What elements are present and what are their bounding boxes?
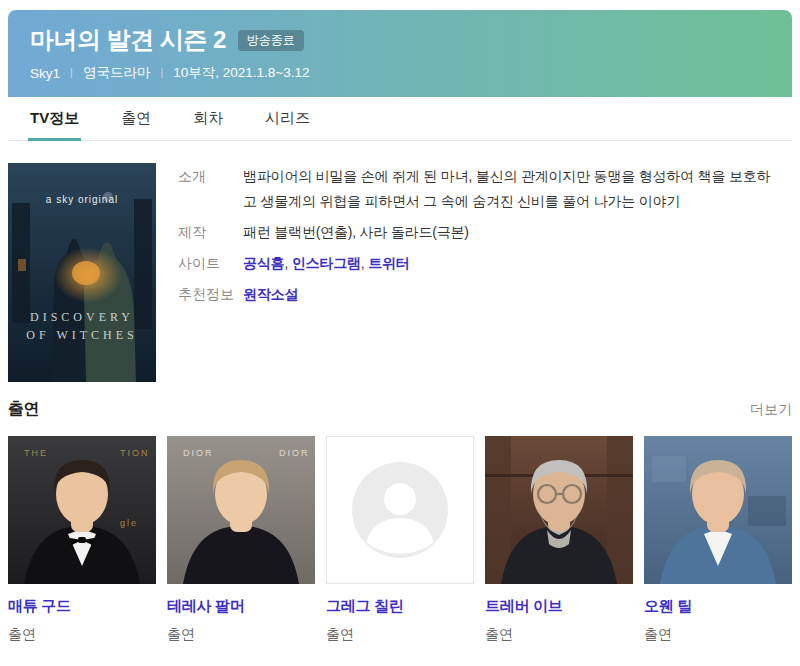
tab-tv-info[interactable]: TV정보 [30,97,79,140]
cast-card: 그레그 칠린출연 [326,436,474,644]
channel-label: Sky1 [30,66,60,81]
cast-card: 오웬 틸출연 [644,436,792,644]
info-link[interactable]: 트위터 [368,255,409,271]
cast-more-link[interactable]: 더보기 [750,401,792,419]
cast-name-link[interactable]: 트레버 이브 [485,597,633,616]
show-poster-image[interactable]: a sky originalDISCOVERYOF WITCHES [8,163,156,382]
cast-name-link[interactable]: 테레사 팔머 [167,597,315,616]
info-row: 제작패런 블랙번(연출), 사라 돌라드(극본) [178,220,792,245]
hero-header: 마녀의 발견 시즌 2 방송종료 Sky1 | 영국드라마 | 10부작, 20… [8,10,792,97]
tab-series[interactable]: 시리즈 [265,97,310,140]
genre-label: 영국드라마 [83,64,151,82]
info-link[interactable]: 원작소설 [243,286,298,302]
svg-text:a sky original: a sky original [46,194,118,205]
cast-photo[interactable]: DIORDIOR [167,436,315,584]
info-row: 소개뱀파이어의 비밀을 손에 쥐게 된 마녀, 불신의 관계이지만 동맹을 형성… [178,164,792,214]
cast-section: 출연 더보기 THETIONgle매튜 구드출연DIORDIOR테레사 팔머출연… [8,399,792,644]
separator: | [70,66,73,78]
cast-card: THETIONgle매튜 구드출연 [8,436,156,644]
svg-text:gle: gle [120,518,138,528]
cast-photo[interactable] [326,436,474,584]
tab-cast[interactable]: 출연 [121,97,151,140]
info-value: 뱀파이어의 비밀을 손에 쥐게 된 마녀, 불신의 관계이지만 동맹을 형성하여… [243,164,783,214]
episodes-label: 10부작, 2021.1.8~3.12 [173,64,309,82]
info-label: 사이트 [178,251,243,276]
cast-card: DIORDIOR테레사 팔머출연 [167,436,315,644]
svg-text:OF WITCHES: OF WITCHES [26,328,137,342]
info-value: 공식홈, 인스타그램, 트위터 [243,251,410,276]
info-section: a sky originalDISCOVERYOF WITCHES 소개뱀파이어… [8,141,792,382]
svg-text:DISCOVERY: DISCOVERY [30,310,134,324]
info-row: 사이트공식홈, 인스타그램, 트위터 [178,251,792,276]
svg-text:DIOR: DIOR [183,448,214,458]
svg-text:DIOR: DIOR [279,448,310,458]
info-row: 추천정보원작소설 [178,282,792,307]
info-link[interactable]: 공식홈 [243,255,284,271]
cast-role: 출연 [326,626,474,644]
svg-text:TION: TION [120,448,150,458]
cast-photo[interactable] [644,436,792,584]
info-label: 제작 [178,220,243,245]
cast-role: 출연 [167,626,315,644]
cast-role: 출연 [485,626,633,644]
cast-name-link[interactable]: 그레그 칠린 [326,597,474,616]
cast-photo[interactable]: THETIONgle [8,436,156,584]
cast-grid: THETIONgle매튜 구드출연DIORDIOR테레사 팔머출연그레그 칠린출… [8,436,792,644]
info-value: 패런 블랙번(연출), 사라 돌라드(극본) [243,220,469,245]
info-link[interactable]: 인스타그램 [292,255,361,271]
info-label: 소개 [178,164,243,214]
cast-role: 출연 [8,626,156,644]
separator: | [160,66,163,78]
cast-name-link[interactable]: 매튜 구드 [8,597,156,616]
cast-photo[interactable] [485,436,633,584]
svg-text:THE: THE [24,448,48,458]
tab-episodes[interactable]: 회차 [193,97,223,140]
tv-info-card: 마녀의 발견 시즌 2 방송종료 Sky1 | 영국드라마 | 10부작, 20… [8,10,792,644]
tab-bar: TV정보출연회차시리즈 [8,97,792,141]
cast-name-link[interactable]: 오웬 틸 [644,597,792,616]
page-title: 마녀의 발견 시즌 2 [30,26,226,54]
status-badge: 방송종료 [238,30,304,51]
info-value: 원작소설 [243,282,298,307]
info-rows: 소개뱀파이어의 비밀을 손에 쥐게 된 마녀, 불신의 관계이지만 동맹을 형성… [178,163,792,382]
cast-section-title: 출연 [8,399,39,420]
info-label: 추천정보 [178,282,243,307]
cast-card: 트레버 이브출연 [485,436,633,644]
cast-role: 출연 [644,626,792,644]
hero-subtitle: Sky1 | 영국드라마 | 10부작, 2021.1.8~3.12 [30,64,792,82]
